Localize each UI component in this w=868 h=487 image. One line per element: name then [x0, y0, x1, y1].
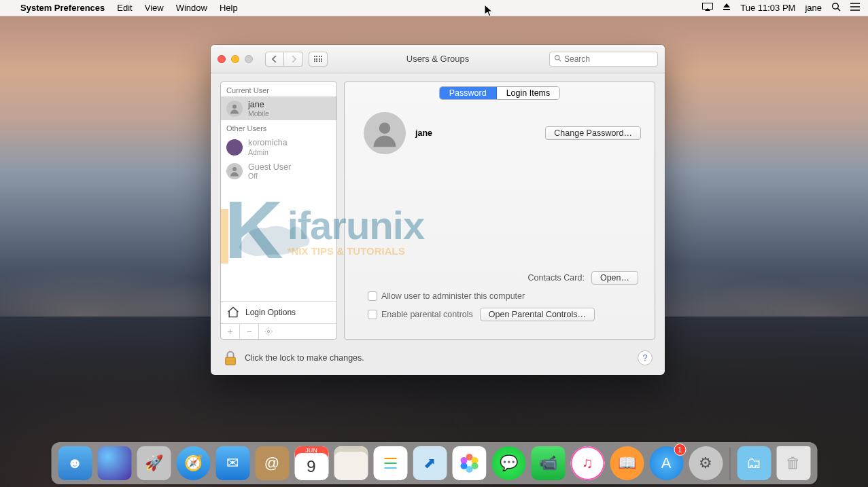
- svg-marker-2: [723, 3, 730, 7]
- help-button[interactable]: ?: [638, 350, 653, 365]
- dock-photos-icon[interactable]: [452, 446, 486, 480]
- menubar-clock[interactable]: Tue 11:03 PM: [740, 3, 795, 13]
- svg-point-14: [379, 122, 391, 134]
- checkbox-icon: [368, 310, 377, 319]
- dock-messages-icon[interactable]: 💬: [491, 446, 525, 480]
- window-footer: Click the lock to make changes. ?: [211, 340, 665, 375]
- dock-notes-icon[interactable]: [334, 446, 368, 480]
- dock-trash-icon[interactable]: 🗑: [776, 446, 810, 480]
- users-sidebar: Current User jane Mobile Other Users kor…: [220, 82, 337, 340]
- dock-system-preferences-icon[interactable]: ⚙︎: [689, 446, 723, 480]
- toolbar-back-forward: [265, 52, 303, 67]
- calendar-month-label: JUN: [294, 447, 328, 454]
- dock-calendar-icon[interactable]: JUN 9: [294, 446, 328, 480]
- checkbox-icon: [368, 291, 377, 301]
- parental-checkbox-label: Enable parental controls: [381, 310, 473, 319]
- lock-hint-text: Click the lock to make changes.: [245, 353, 364, 363]
- user-type-label: Admin: [248, 148, 288, 156]
- menu-window[interactable]: Window: [176, 3, 207, 13]
- window-close-button[interactable]: [218, 55, 226, 63]
- search-field-wrapper[interactable]: [549, 52, 658, 67]
- dock-maps-icon[interactable]: ⬈: [413, 446, 447, 480]
- dock-itunes-icon[interactable]: ♫: [570, 446, 604, 480]
- login-options-row[interactable]: Login Options: [221, 301, 336, 323]
- dock-appstore-icon[interactable]: A 1: [649, 446, 683, 480]
- show-all-button[interactable]: [309, 52, 328, 67]
- user-settings-panel: Password Login Items jane Change Passwor…: [344, 82, 655, 340]
- menubar: System Preferences Edit View Window Help…: [0, 0, 868, 16]
- spotlight-icon[interactable]: [831, 2, 841, 14]
- window-zoom-button[interactable]: [245, 55, 253, 63]
- user-name-label: koromicha: [248, 138, 288, 147]
- tab-password[interactable]: Password: [440, 87, 497, 99]
- menu-view[interactable]: View: [145, 3, 164, 13]
- eject-icon[interactable]: [723, 3, 731, 13]
- sidebar-section-other: Other Users: [221, 120, 336, 134]
- change-password-button[interactable]: Change Password…: [545, 126, 641, 140]
- svg-point-13: [267, 330, 270, 333]
- svg-rect-3: [723, 9, 730, 10]
- dock-separator: [729, 448, 730, 480]
- menubar-app-name[interactable]: System Preferences: [20, 3, 105, 13]
- mouse-cursor-icon: [484, 4, 493, 18]
- dock-ibooks-icon[interactable]: 📖: [610, 446, 644, 480]
- parental-checkbox-row[interactable]: Enable parental controls: [368, 310, 473, 319]
- dock-launchpad-icon[interactable]: 🚀: [137, 446, 171, 480]
- sidebar-user-jane[interactable]: jane Mobile: [221, 96, 336, 120]
- dock-mail-icon[interactable]: ✉︎: [215, 446, 249, 480]
- avatar-icon: [226, 163, 243, 179]
- calendar-day-label: 9: [307, 457, 315, 476]
- system-preferences-window: Users & Groups Current User jane Mobile: [211, 45, 665, 375]
- user-name-label: Guest User: [248, 162, 291, 172]
- search-icon: [554, 54, 561, 64]
- open-parental-controls-button[interactable]: Open Parental Controls…: [480, 308, 595, 321]
- svg-point-4: [833, 3, 839, 10]
- remove-user-button[interactable]: −: [240, 324, 259, 339]
- forward-button[interactable]: [284, 52, 303, 67]
- dock-finder-icon[interactable]: ☻: [58, 446, 92, 480]
- notification-center-icon[interactable]: [850, 3, 860, 13]
- svg-point-11: [232, 105, 237, 109]
- sidebar-user-guest[interactable]: Guest User Off: [221, 159, 336, 183]
- window-minimize-button[interactable]: [231, 55, 239, 63]
- gear-icon: [264, 327, 273, 336]
- airplay-icon[interactable]: [702, 3, 713, 13]
- sidebar-action-menu[interactable]: [259, 324, 278, 339]
- user-name-label: jane: [248, 100, 269, 109]
- search-input[interactable]: [564, 54, 653, 64]
- dock-facetime-icon[interactable]: 📹: [531, 446, 565, 480]
- dock-siri-icon[interactable]: [97, 446, 131, 480]
- svg-point-12: [232, 167, 237, 171]
- contacts-card-label: Contacts Card:: [528, 273, 585, 283]
- dock-contacts-icon[interactable]: @: [255, 446, 289, 480]
- tab-login-items[interactable]: Login Items: [497, 87, 560, 99]
- dock-documents-folder-icon[interactable]: 🗂: [737, 446, 771, 480]
- user-picture[interactable]: [364, 112, 406, 154]
- sidebar-user-koromicha[interactable]: koromicha Admin: [221, 134, 336, 158]
- back-button[interactable]: [265, 52, 284, 67]
- user-type-label: Mobile: [248, 109, 269, 118]
- window-titlebar[interactable]: Users & Groups: [211, 45, 665, 73]
- sidebar-section-current: Current User: [221, 82, 336, 96]
- menu-edit[interactable]: Edit: [117, 3, 132, 13]
- svg-line-10: [559, 59, 561, 61]
- svg-point-25: [460, 457, 467, 464]
- lock-icon[interactable]: [223, 350, 238, 366]
- dock-reminders-icon[interactable]: [373, 446, 407, 480]
- dock-safari-icon[interactable]: 🧭: [176, 446, 210, 480]
- password-loginitems-tabs: Password Login Items: [439, 86, 561, 100]
- menu-help[interactable]: Help: [220, 3, 238, 13]
- admin-checkbox-row[interactable]: Allow user to administer this computer: [368, 291, 525, 301]
- login-options-label: Login Options: [245, 308, 296, 317]
- open-contacts-card-button[interactable]: Open…: [591, 271, 638, 285]
- house-icon: [226, 306, 240, 319]
- add-user-button[interactable]: +: [221, 324, 240, 339]
- grid-icon: [314, 56, 323, 62]
- sidebar-toolbar: + −: [221, 323, 336, 339]
- dock: ☻ 🚀 🧭 ✉︎ @ JUN 9 ⬈ 💬 📹 ♫ 📖 A 1 ⚙︎ 🗂 🗑: [51, 442, 817, 484]
- avatar-icon: [226, 101, 243, 117]
- window-traffic-lights: [218, 55, 253, 63]
- avatar-icon: [226, 139, 243, 156]
- menubar-user[interactable]: jane: [805, 3, 822, 13]
- svg-point-9: [555, 55, 559, 59]
